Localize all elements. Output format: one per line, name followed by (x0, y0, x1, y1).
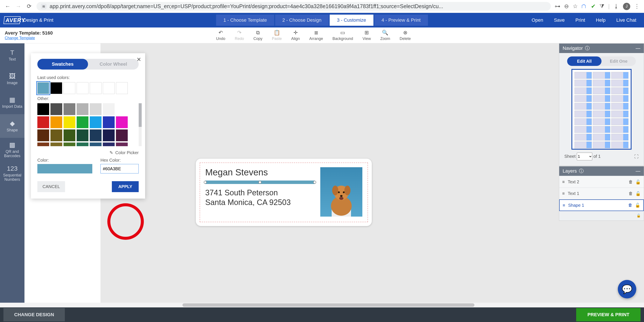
apply-button[interactable]: APPLY (112, 181, 139, 192)
undo-button[interactable]: ↶Undo (216, 30, 225, 41)
swatch[interactable] (90, 130, 102, 141)
tool-import-data[interactable]: ▦Import Data (0, 90, 24, 114)
extension-icon-2[interactable]: ✔ (591, 3, 596, 10)
swatch[interactable] (37, 142, 49, 146)
swatch[interactable] (37, 103, 49, 115)
swatch[interactable] (50, 116, 62, 128)
trash-icon[interactable]: 🗑 (628, 191, 633, 196)
tab-color-wheel[interactable]: Color Wheel (88, 59, 139, 70)
align-button[interactable]: ✛Align (291, 30, 300, 41)
swatch[interactable] (64, 82, 75, 94)
swatch[interactable] (116, 82, 128, 94)
step-customize[interactable]: 3 - Customize (330, 14, 373, 26)
minimize-icon[interactable]: — (636, 46, 640, 51)
swatch[interactable] (64, 116, 75, 128)
swatch[interactable] (90, 103, 102, 115)
sheet-select[interactable]: 1 (577, 153, 592, 160)
lock-icon[interactable]: 🔓 (636, 180, 641, 184)
lock-all-icon[interactable]: 🔓 (636, 214, 641, 218)
swatch[interactable] (37, 116, 49, 128)
swatch[interactable] (116, 142, 128, 146)
address-bar[interactable]: ≋ app.print.avery.com/dpo8/app/target;na… (36, 2, 551, 11)
paste-button[interactable]: 📋Paste (272, 30, 282, 41)
cancel-button[interactable]: CANCEL (37, 181, 65, 192)
close-icon[interactable]: ✕ (136, 56, 141, 63)
print-link[interactable]: Print (576, 18, 585, 23)
swatch[interactable] (103, 116, 115, 128)
canvas-horizontal-scrollbar[interactable] (0, 303, 644, 308)
change-design-button[interactable]: CHANGE DESIGN (4, 308, 65, 321)
copy-button[interactable]: ⧉Copy (254, 30, 262, 41)
key-icon[interactable]: ⊶ (555, 3, 560, 10)
save-link[interactable]: Save (554, 18, 564, 23)
edit-all-toggle[interactable]: Edit All (567, 56, 602, 66)
sheet-thumbnail[interactable] (572, 69, 632, 150)
label-name[interactable]: Megan Stevens (205, 167, 315, 178)
swatch[interactable] (103, 142, 115, 146)
step-choose-template[interactable]: 1 - Choose Template (216, 14, 274, 26)
swatch[interactable] (50, 142, 62, 146)
bookmark-icon[interactable]: ☆ (573, 3, 578, 10)
label-preview[interactable]: Megan Stevens 3741 South Peterson Santa … (196, 159, 372, 226)
tool-text[interactable]: TText (0, 43, 24, 67)
back-button[interactable]: ← (4, 3, 11, 10)
hex-color-input[interactable] (100, 164, 139, 174)
swatch-scrollbar[interactable] (139, 103, 142, 146)
swatch[interactable] (64, 103, 75, 115)
tool-image[interactable]: 🖼Image (0, 67, 24, 90)
live-chat-link[interactable]: Live Chat (616, 18, 636, 23)
swatch[interactable] (103, 130, 115, 141)
minimize-icon[interactable]: — (636, 168, 640, 174)
swatch[interactable] (64, 142, 75, 146)
swatch[interactable] (77, 103, 88, 115)
layer-item[interactable]: ≡ Text 2 🗑🔓 (559, 176, 644, 188)
extensions-icon[interactable]: ⧩ (600, 3, 604, 10)
resize-handle-right[interactable] (313, 181, 316, 184)
help-link[interactable]: Help (596, 18, 606, 23)
avery-logo[interactable]: AVERY (4, 16, 20, 24)
swatch[interactable] (103, 103, 115, 115)
kebab-menu-icon[interactable]: ⋮ (634, 3, 640, 10)
layer-item-selected[interactable]: ≡ Shape 1 🗑🔓 (559, 200, 644, 211)
tab-swatches[interactable]: Swatches (37, 59, 88, 70)
preview-print-button[interactable]: PREVIEW & PRINT (576, 308, 640, 321)
open-link[interactable]: Open (532, 18, 543, 23)
download-icon[interactable]: ⭳ (614, 3, 619, 10)
tool-sequential-numbers[interactable]: 123Sequential Numbers (0, 162, 24, 185)
profile-avatar[interactable]: J (623, 3, 630, 10)
swatch[interactable] (103, 82, 115, 94)
delete-button[interactable]: ⊗Delete (400, 30, 411, 41)
info-icon[interactable]: ⓘ (585, 45, 590, 52)
trash-icon[interactable]: 🗑 (628, 203, 632, 208)
site-settings-icon[interactable]: ≋ (41, 4, 46, 9)
zoom-button[interactable]: 🔍Zoom (380, 30, 390, 41)
swatch[interactable] (37, 82, 49, 94)
arrange-button[interactable]: ≣Arrange (309, 30, 323, 41)
step-preview-print[interactable]: 4 - Preview & Print (374, 14, 428, 26)
swatch[interactable] (90, 142, 102, 146)
info-icon[interactable]: ⓘ (579, 168, 584, 174)
swatch[interactable] (37, 130, 49, 141)
swatch[interactable] (77, 82, 88, 94)
swatch[interactable] (90, 82, 102, 94)
swatch[interactable] (116, 116, 128, 128)
layer-item[interactable]: ≡ Text 1 🗑🔓 (559, 188, 644, 200)
background-button[interactable]: ▭Background (332, 30, 353, 41)
lock-icon[interactable]: 🔓 (636, 191, 641, 196)
label-photo[interactable] (320, 167, 362, 216)
reload-button[interactable]: ⟳ (26, 3, 33, 10)
redo-button[interactable]: ↷Redo (235, 30, 244, 41)
swatch[interactable] (116, 130, 128, 141)
trash-icon[interactable]: 🗑 (628, 180, 633, 184)
swatch[interactable] (77, 116, 88, 128)
swatch[interactable] (64, 130, 75, 141)
step-choose-design[interactable]: 2 - Choose Design (275, 14, 329, 26)
tool-shape[interactable]: ◆Shape (0, 114, 24, 138)
tool-qr-barcodes[interactable]: ▩QR and Barcodes (0, 138, 24, 162)
chat-fab[interactable]: 💬 (618, 280, 636, 298)
lock-icon[interactable]: 🔓 (635, 203, 640, 208)
swatch[interactable] (116, 103, 128, 115)
resize-handle-middle[interactable] (258, 181, 262, 184)
view-button[interactable]: ⊞View (362, 30, 371, 41)
swatch[interactable] (77, 142, 88, 146)
